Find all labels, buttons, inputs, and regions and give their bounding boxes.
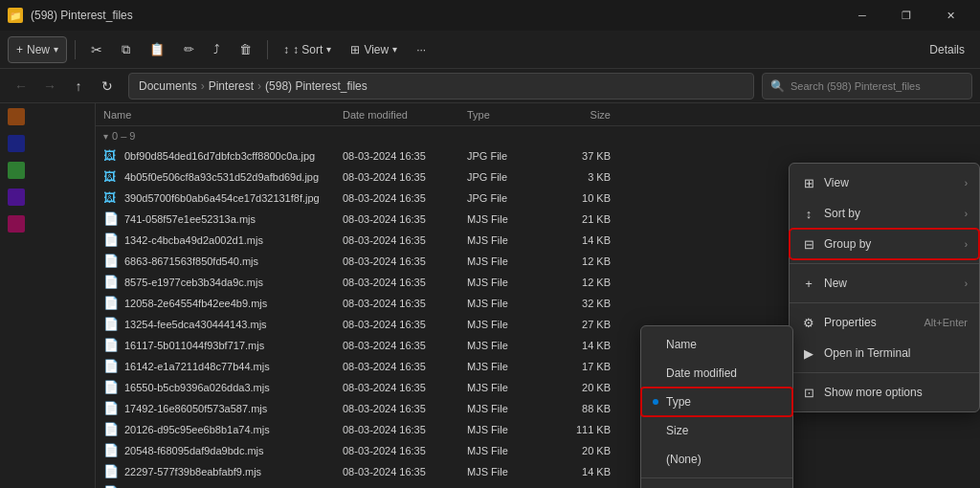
- share-button[interactable]: ⤴: [206, 36, 228, 63]
- file-name: 16117-5b011044f93bf717.mjs: [124, 340, 264, 351]
- submenu-item-name[interactable]: Name: [641, 330, 792, 359]
- search-box[interactable]: 🔍 Search (598) Pinterest_files: [762, 73, 972, 100]
- back-button[interactable]: ←: [8, 73, 34, 100]
- ctx-icon: ▶: [801, 345, 816, 361]
- table-row[interactable]: 📄 20126-d95c95ee6b8b1a74.mjs 08-03-2024 …: [96, 419, 980, 440]
- file-type: MJS File: [467, 403, 544, 414]
- copy-button[interactable]: ⧉: [114, 36, 138, 63]
- left-panel-item-2[interactable]: [0, 130, 95, 157]
- cut-icon: ✂: [91, 42, 102, 57]
- col-header-date[interactable]: Date modified: [343, 109, 467, 121]
- delete-button[interactable]: 🗑: [232, 36, 259, 63]
- color-block-3: [8, 162, 25, 179]
- file-name: 6863-8671563f850fd540.mjs: [124, 255, 258, 267]
- color-block-5: [8, 215, 25, 233]
- file-date: 08-03-2024 16:35: [343, 382, 467, 393]
- share-icon: ⤴: [213, 42, 220, 56]
- file-size: 14 KB: [544, 234, 611, 246]
- left-panel-item-4[interactable]: [0, 184, 95, 211]
- file-size: 12 KB: [544, 255, 611, 267]
- col-header-type[interactable]: Type: [467, 109, 544, 121]
- left-panel-item-1[interactable]: [0, 103, 95, 130]
- close-button[interactable]: ✕: [928, 0, 972, 31]
- ctx-item-open-in-terminal[interactable]: ▶ Open in Terminal: [790, 338, 979, 368]
- color-block-2: [8, 135, 25, 152]
- breadcrumb-pinterest[interactable]: Pinterest: [209, 79, 254, 93]
- file-size: 17 KB: [544, 361, 611, 372]
- breadcrumb-sep-1: ›: [201, 79, 205, 93]
- breadcrumb[interactable]: Documents › Pinterest › (598) Pinterest_…: [128, 73, 754, 100]
- file-type: JPG File: [467, 171, 544, 183]
- file-name: 1342-c4bcba49d2a002d1.mjs: [124, 234, 263, 246]
- file-date: 08-03-2024 16:35: [343, 277, 467, 288]
- cut-button[interactable]: ✂: [83, 36, 110, 63]
- left-panel-item-3[interactable]: [0, 157, 95, 184]
- table-row[interactable]: 📄 20548-f68095daf9da9bdc.mjs 08-03-2024 …: [96, 440, 980, 461]
- file-date: 08-03-2024 16:35: [343, 340, 467, 351]
- file-list-header: Name Date modified Type Size: [96, 103, 980, 126]
- more-icon: ···: [416, 43, 426, 56]
- file-date: 08-03-2024 16:35: [343, 192, 467, 204]
- active-dot: [653, 399, 658, 405]
- submenu-item-date-modified[interactable]: Date modified: [641, 359, 792, 388]
- file-icon: 🖼: [103, 169, 119, 185]
- file-icon: 📄: [103, 254, 119, 269]
- table-row[interactable]: 📄 22297-577f39b8eabfabf9.mjs 08-03-2024 …: [96, 461, 980, 482]
- ctx-label: Sort by: [824, 207, 957, 220]
- ctx-item-show-more-options[interactable]: ⊡ Show more options: [790, 377, 979, 408]
- new-button[interactable]: + New ▾: [8, 36, 67, 63]
- sort-label: ↕ Sort: [293, 43, 323, 56]
- ctx-arrow: ›: [965, 178, 968, 189]
- file-type: JPG File: [467, 150, 544, 162]
- rename-button[interactable]: ✏: [176, 36, 202, 63]
- ctx-item-properties[interactable]: ⚙ Properties Alt+Enter: [790, 307, 979, 338]
- file-date: 08-03-2024 16:35: [343, 319, 467, 330]
- ctx-arrow: ›: [965, 239, 968, 250]
- sort-button[interactable]: ↕ ↕ Sort ▾: [276, 36, 339, 63]
- submenu-label: (None): [666, 453, 702, 466]
- ctx-item-group-by[interactable]: ⊟ Group by ›: [790, 229, 979, 259]
- file-size: 3 KB: [544, 171, 611, 183]
- file-date: 08-03-2024 16:35: [343, 445, 467, 456]
- color-block-1: [8, 108, 25, 125]
- toolbar-sep-2: [267, 40, 268, 59]
- up-button[interactable]: ↑: [65, 73, 92, 100]
- ctx-arrow: ›: [965, 209, 968, 219]
- view-button[interactable]: ⊞ View ▾: [343, 36, 405, 63]
- breadcrumb-current[interactable]: (598) Pinterest_files: [265, 79, 368, 93]
- sort-icon: ↕: [283, 43, 289, 56]
- ctx-item-sort-by[interactable]: ↕ Sort by ›: [790, 198, 979, 229]
- forward-button[interactable]: →: [36, 73, 63, 100]
- submenu-item-type[interactable]: Type: [641, 388, 792, 416]
- file-icon: 🖼: [103, 190, 119, 206]
- file-name: 390d5700f6b0ab6a454ce17d32131f8f.jpg: [124, 192, 320, 204]
- left-panel-item-5[interactable]: [0, 211, 95, 237]
- submenu-item-size[interactable]: Size: [641, 416, 792, 445]
- table-row[interactable]: 📄 26067-e7bde30b331ee0bb.mjs 08-03-2024 …: [96, 482, 980, 488]
- ctx-item-new[interactable]: + New ›: [790, 268, 979, 299]
- paste-button[interactable]: 📋: [142, 36, 172, 63]
- inactive-dot: [653, 428, 658, 433]
- file-name: 17492-16e86050f573a587.mjs: [124, 403, 267, 414]
- more-button[interactable]: ···: [409, 36, 434, 63]
- search-placeholder: Search (598) Pinterest_files: [791, 80, 921, 92]
- details-button[interactable]: Details: [922, 36, 972, 63]
- breadcrumb-documents[interactable]: Documents: [139, 79, 197, 93]
- minimize-button[interactable]: ─: [840, 0, 884, 31]
- file-type: MJS File: [467, 340, 544, 351]
- file-date: 08-03-2024 16:35: [343, 150, 467, 162]
- file-type: MJS File: [467, 382, 544, 393]
- file-date: 08-03-2024 16:35: [343, 255, 467, 267]
- context-menu: ⊞ View › ↕ Sort by › ⊟ Group by › + New …: [789, 163, 980, 412]
- toolbar-sep-1: [75, 40, 76, 59]
- ctx-item-view[interactable]: ⊞ View ›: [790, 167, 979, 198]
- submenu-item--none-[interactable]: (None): [641, 445, 792, 474]
- inactive-dot: [653, 370, 658, 376]
- submenu-item-ascending[interactable]: Ascending: [641, 482, 792, 488]
- nav-buttons: ← → ↑ ↻: [8, 73, 121, 100]
- col-header-name[interactable]: Name: [103, 109, 343, 121]
- refresh-button[interactable]: ↻: [94, 73, 121, 100]
- maximize-button[interactable]: ❐: [884, 0, 928, 31]
- col-header-size[interactable]: Size: [544, 109, 611, 121]
- file-size: 27 KB: [544, 319, 611, 330]
